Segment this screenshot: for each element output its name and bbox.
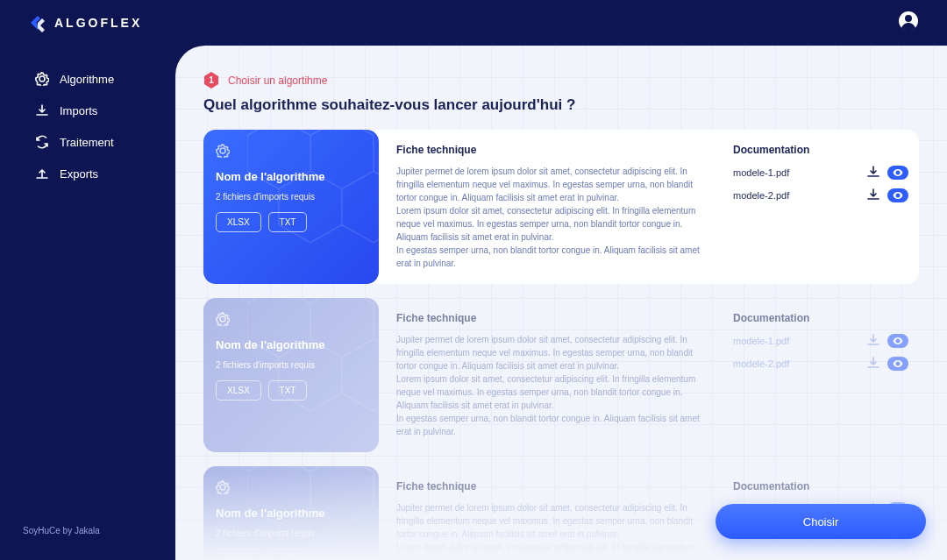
nav-traitement[interactable]: Traitement [35, 126, 175, 158]
fiche-body: Jupiter permet de lorem ipsum dolor sit … [396, 165, 712, 270]
algorithm-list: Nom de l'algorithme 2 fichiers d'imports… [203, 130, 919, 560]
download-icon [866, 356, 880, 370]
gear-icon [216, 312, 230, 326]
fiche-title: Fiche technique [396, 480, 716, 493]
step-number: 1 [209, 75, 214, 85]
eye-icon [893, 190, 903, 201]
download-button[interactable] [866, 333, 880, 349]
fiche-body: Jupiter permet de lorem ipsum dolor sit … [396, 501, 712, 560]
fiche-title: Fiche technique [396, 312, 716, 324]
documentation: Documentation modele-1.pdf modele-2.pdf [733, 130, 908, 284]
eye-icon [893, 358, 903, 369]
algorithm-sub: 2 fichiers d'imports requis [216, 528, 367, 538]
step-badge-icon: 1 [203, 72, 219, 89]
logo-icon [28, 13, 47, 32]
algorithm-row[interactable]: Nom de l'algorithme 2 fichiers d'imports… [203, 130, 919, 284]
docs-title: Documentation [733, 144, 908, 156]
fiche-technique: Fiche technique Jupiter permet de lorem … [396, 130, 716, 284]
hex-pattern-icon [247, 466, 379, 560]
step-label: Choisir un algortihme [228, 74, 327, 87]
doc-name: modele-2.pdf [733, 190, 789, 201]
algorithm-sub: 2 fichiers d'imports requis [216, 192, 367, 202]
algorithm-card[interactable]: Nom de l'algorithme 2 fichiers d'imports… [203, 298, 379, 452]
preview-button[interactable] [887, 188, 908, 202]
nav-label: Exports [60, 167, 98, 181]
algorithm-card[interactable]: Nom de l'algorithme 2 fichiers d'imports… [203, 130, 379, 284]
account-button[interactable] [898, 11, 919, 35]
gear-icon [35, 72, 49, 86]
gear-icon [216, 480, 230, 494]
upload-icon [35, 167, 49, 181]
doc-item: modele-1.pdf [733, 333, 908, 349]
algorithm-sub: 2 fichiers d'imports requis [216, 360, 367, 370]
refresh-icon [35, 135, 49, 149]
brand-logo: ALGOFLEX [28, 13, 142, 32]
docs-title: Documentation [733, 312, 908, 324]
eye-icon [893, 336, 903, 346]
user-icon [898, 11, 919, 32]
nav-label: Imports [60, 104, 97, 117]
doc-name: modele-1.pdf [733, 336, 789, 346]
nav-imports[interactable]: Imports [35, 95, 175, 126]
sidebar: Algorithme Imports Traitement Exports [0, 63, 175, 189]
doc-item: modele-2.pdf [733, 188, 908, 203]
brand-text: ALGOFLEX [54, 16, 142, 30]
page-question: Quel algorithme souhaitez-vous lancer au… [203, 96, 919, 114]
eye-icon [893, 167, 903, 178]
footer-credit: SoyHuCe by Jakala [23, 526, 100, 535]
fiche-body: Jupiter permet de lorem ipsum dolor sit … [396, 333, 712, 438]
doc-item: modele-1.pdf [733, 165, 908, 181]
main-panel: 1 Choisir un algortihme Quel algorithme … [175, 46, 947, 560]
nav-label: Algorithme [60, 73, 114, 86]
download-icon [866, 333, 880, 347]
download-button[interactable] [866, 165, 880, 181]
doc-item: modele-2.pdf [733, 356, 908, 372]
nav-label: Traitement [60, 136, 114, 149]
preview-button[interactable] [887, 166, 908, 180]
preview-button[interactable] [887, 357, 908, 371]
algorithm-card[interactable]: Nom de l'algorithme 2 fichiers d'imports… [203, 466, 379, 560]
download-icon [35, 103, 49, 117]
choose-button[interactable]: Choisir [716, 504, 926, 539]
preview-button[interactable] [887, 334, 908, 348]
algorithm-row[interactable]: Nom de l'algorithme 2 fichiers d'imports… [203, 298, 919, 452]
fiche-title: Fiche technique [396, 144, 716, 156]
gear-icon [216, 144, 230, 158]
download-icon [866, 165, 880, 179]
fiche-technique: Fiche technique Jupiter permet de lorem … [396, 466, 716, 560]
fiche-technique: Fiche technique Jupiter permet de lorem … [396, 298, 716, 452]
download-button[interactable] [866, 356, 880, 372]
nav-exports[interactable]: Exports [35, 158, 175, 189]
doc-name: modele-2.pdf [733, 358, 789, 369]
download-button[interactable] [866, 188, 880, 203]
download-icon [866, 188, 880, 202]
docs-title: Documentation [733, 480, 908, 493]
doc-name: modele-1.pdf [733, 167, 789, 178]
nav-algorithme[interactable]: Algorithme [35, 63, 175, 95]
documentation: Documentation modele-1.pdf modele-2.pdf [733, 298, 908, 452]
